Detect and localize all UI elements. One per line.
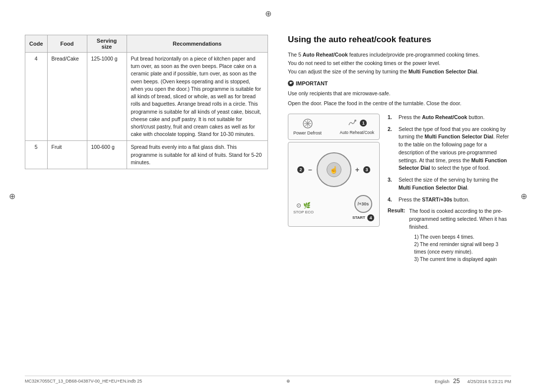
cell-serving-1: 100-600 g (87, 141, 127, 169)
footer-center-dot: ⊕ (286, 379, 290, 384)
badge-4: 4 (367, 214, 374, 221)
badge-1: 1 (360, 120, 367, 127)
dial-panel: 2 – ☝ + 3 (288, 142, 380, 227)
intro-text-line3: You can adjust the size of the serving b… (288, 68, 478, 74)
result-row: Result: The food is cooked according to … (388, 207, 511, 262)
step-1: 1. Press the Auto Reheat/Cook button. (388, 114, 511, 122)
stop-icon: ⊙ (296, 202, 301, 209)
dial-plus: + (355, 166, 359, 174)
result-sub-item-2: 2) The end reminder signal will beep 3 t… (409, 241, 511, 256)
microwave-diagram: Power Defrost 1 Auto Reheat/Cook (288, 114, 380, 227)
step-content-1: Press the Auto Reheat/Cook button. (399, 114, 511, 122)
intro-text-line1: The 5 Auto Reheat/Cook features include/… (288, 52, 479, 58)
col-header-code: Code (25, 35, 48, 53)
badge-2: 2 (297, 166, 304, 173)
power-defrost-icon: Power Defrost (293, 118, 322, 135)
steps-section: 1. Press the Auto Reheat/Cook button. 2.… (388, 114, 511, 263)
result-text: The food is cooked according to the pre-… (409, 208, 507, 230)
result-content: The food is cooked according to the pre-… (409, 207, 511, 262)
dial-minus: – (308, 166, 312, 174)
result-sub-list: 1) The oven beeps 4 times. 2) The end re… (409, 233, 511, 263)
start-plus30s: /+30s (358, 201, 369, 206)
cell-rec-1: Spread fruits evenly into a flat glass d… (127, 141, 268, 169)
auto-reheat-label: Auto Reheat/Cook (340, 130, 374, 135)
step-content-3: Select the size of the serving by turnin… (399, 176, 511, 192)
info-line-2: Open the door. Place the food in the cen… (288, 99, 511, 108)
cell-serving-0: 125-1000 g (87, 53, 127, 141)
important-header: ☛ IMPORTANT (288, 80, 511, 86)
result-sub-item-3: 3) The current time is displayed again (409, 256, 511, 263)
result-sub-item-1: 1) The oven beeps 4 times. (409, 233, 511, 241)
dial-circle: ☝ (317, 152, 351, 187)
cell-rec-0: Put bread horizontally on a piece of kit… (127, 53, 268, 141)
important-icon: ☛ (288, 80, 294, 86)
top-controls-panel: Power Defrost 1 Auto Reheat/Cook (288, 114, 380, 140)
step-4: 4. Press the START/+30s button. (388, 196, 511, 204)
result-label: Result: (388, 207, 405, 262)
right-content-section: Using the auto reheat/cook features The … (288, 35, 511, 263)
stop-eco-label: STOP ECO (293, 210, 314, 214)
step-content-4: Press the START/+30s button. (399, 196, 511, 204)
page-title: Using the auto reheat/cook features (288, 35, 511, 45)
cell-food-1: Fruit (47, 141, 87, 169)
col-header-recommendations: Recommendations (127, 35, 268, 53)
step-num-2: 2. (388, 126, 395, 173)
cell-code-4: 4 (25, 53, 48, 141)
cell-code-5: 5 (25, 141, 48, 169)
table-row: 5 Fruit 100-600 g Spread fruits evenly i… (25, 141, 268, 169)
food-table: Code Food Serving size Recommendations 4… (25, 35, 268, 169)
cell-food-0: Bread/Cake (47, 53, 87, 141)
footer-date-text: 4/25/2016 5:23:21 PM (467, 379, 511, 384)
start-button-diagram: /+30s START 4 (352, 195, 374, 221)
page-number: 25 (453, 378, 460, 385)
footer-divider (25, 376, 511, 376)
eco-icon: 🌿 (303, 202, 311, 209)
start-text: START (352, 215, 365, 220)
step-3: 3. Select the size of the serving by tur… (388, 176, 511, 192)
table-row: 4 Bread/Cake 125-1000 g Put bread horizo… (25, 53, 268, 141)
footer: MC32K7055CT_13_DB68-04387V-00_HE+EU+EN.i… (0, 378, 536, 385)
important-label: IMPORTANT (296, 80, 328, 86)
start-circle: /+30s (354, 195, 372, 213)
footer-file-info: MC32K7055CT_13_DB68-04387V-00_HE+EU+EN.i… (25, 379, 142, 384)
steps-list: 1. Press the Auto Reheat/Cook button. 2.… (388, 114, 511, 204)
language-label: English (435, 379, 450, 384)
intro-paragraph: The 5 Auto Reheat/Cook features include/… (288, 51, 511, 75)
col-header-serving: Serving size (87, 35, 127, 53)
stop-eco-control: ⊙ 🌿 STOP ECO (293, 202, 314, 214)
auto-reheat-icon (347, 118, 357, 128)
info-line-1: Use only recipients that are microwave-s… (288, 89, 511, 98)
dial-inner: ☝ (327, 162, 341, 177)
step-2: 2. Select the type of food that you are … (388, 126, 511, 173)
bottom-controls: ⊙ 🌿 STOP ECO /+30s START (293, 195, 374, 221)
step-num-4: 4. (388, 196, 395, 204)
svg-point-5 (354, 120, 356, 122)
step-num-3: 3. (388, 176, 395, 192)
step-content-2: Select the type of food that you are coo… (399, 126, 511, 173)
badge-3: 3 (363, 166, 370, 173)
footer-date: English 25 4/25/2016 5:23:21 PM (435, 378, 511, 385)
intro-text-line2: You do not need to set either the cookin… (288, 60, 440, 66)
power-defrost-label: Power Defrost (293, 131, 322, 135)
col-header-food: Food (47, 35, 87, 53)
food-table-section: Code Food Serving size Recommendations 4… (25, 35, 268, 263)
finger-icon: ☝ (330, 166, 338, 174)
step-num-1: 1. (388, 114, 395, 122)
